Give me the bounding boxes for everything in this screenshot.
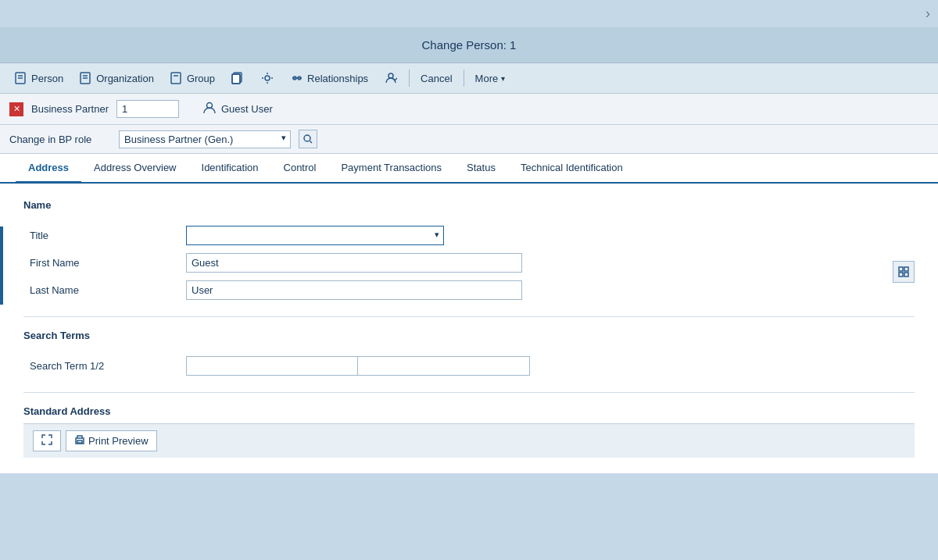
toolbar-divider (409, 70, 410, 87)
name-section-title: Name (23, 199, 915, 214)
left-accent-bar (0, 226, 3, 305)
expand-icon (41, 434, 52, 448)
lastname-input[interactable] (186, 280, 522, 300)
firstname-row: First Name (23, 249, 915, 276)
lastname-input-cell (180, 276, 915, 304)
relationships-label: Relationships (307, 73, 368, 84)
person-icon (14, 71, 28, 85)
group-button[interactable]: Group (163, 68, 221, 88)
chevron-right-icon: › (925, 5, 930, 22)
tab-technical-identification[interactable]: Technical Identification (508, 154, 635, 184)
organization-label: Organization (96, 73, 154, 84)
settings-button[interactable] (254, 68, 281, 88)
tab-control[interactable]: Control (271, 154, 329, 184)
firstname-label: First Name (23, 249, 180, 276)
copy-button[interactable] (224, 68, 251, 88)
expand-button[interactable] (33, 430, 61, 451)
top-bar: › (0, 0, 938, 27)
svg-rect-20 (904, 267, 908, 271)
print-preview-label: Print Preview (88, 435, 149, 447)
business-partner-label: Business Partner (31, 103, 109, 115)
user-action-icon (384, 71, 398, 85)
svg-point-11 (265, 76, 270, 80)
lastname-row: Last Name (23, 276, 915, 304)
firstname-input[interactable] (186, 253, 522, 273)
search-terms-inputs (186, 356, 908, 376)
tab-address[interactable]: Address (16, 154, 81, 184)
title-input-cell (180, 222, 915, 249)
relationships-icon (290, 71, 304, 85)
more-button[interactable]: More ▾ (469, 70, 512, 87)
search-term-inputs-cell (180, 352, 915, 380)
main-area: Address Address Overview Identification … (0, 154, 938, 473)
search-term-2-input[interactable] (358, 356, 530, 376)
close-button[interactable]: ✕ (9, 102, 23, 116)
group-icon (170, 71, 184, 85)
name-section-divider (23, 316, 915, 317)
search-term-row: Search Term 1/2 (23, 352, 915, 380)
search-term-label: Search Term 1/2 (23, 352, 180, 380)
title-select[interactable] (186, 226, 444, 245)
search-term-1-input[interactable] (186, 356, 358, 376)
user-name: Guest User (221, 103, 273, 115)
tab-identification[interactable]: Identification (189, 154, 271, 184)
cancel-label: Cancel (421, 73, 452, 84)
tabs-row: Address Address Overview Identification … (0, 154, 938, 184)
business-partner-input[interactable] (116, 100, 179, 118)
name-form-table: Title First Name (23, 222, 915, 304)
page-title: Change Person: 1 (422, 38, 517, 52)
standard-address-title: Standard Address (23, 405, 915, 417)
settings-icon (260, 71, 274, 85)
organization-icon (79, 71, 93, 85)
group-label: Group (187, 73, 215, 84)
title-label: Title (23, 222, 180, 249)
svg-rect-6 (171, 73, 181, 84)
relationships-button[interactable]: Relationships (284, 68, 374, 88)
tab-status[interactable]: Status (454, 154, 508, 184)
more-chevron-icon: ▾ (501, 74, 505, 83)
business-partner-row: ✕ Business Partner Guest User (0, 94, 938, 125)
bottom-bar: Print Preview (23, 423, 915, 458)
person-label: Person (31, 73, 63, 84)
print-icon (74, 434, 85, 448)
search-terms-table: Search Term 1/2 (23, 352, 915, 380)
svg-point-17 (304, 135, 310, 141)
title-bar: Change Person: 1 (0, 27, 938, 63)
title-select-wrapper (186, 226, 444, 245)
bp-role-select-wrapper: Business Partner (Gen.) (119, 130, 291, 148)
svg-rect-22 (904, 273, 908, 276)
svg-rect-21 (899, 273, 903, 276)
search-terms-section-title: Search Terms (23, 330, 915, 344)
tab-payment-transactions[interactable]: Payment Transactions (328, 154, 454, 184)
svg-rect-24 (77, 441, 82, 443)
print-preview-button[interactable]: Print Preview (66, 430, 157, 451)
organization-button[interactable]: Organization (73, 68, 160, 88)
person-button[interactable]: Person (8, 68, 70, 88)
svg-point-15 (388, 73, 393, 78)
firstname-input-cell (180, 249, 915, 276)
form-area: Name Title First Name (0, 184, 938, 473)
tab-address-overview[interactable]: Address Overview (81, 154, 188, 184)
name-grid-button[interactable] (893, 261, 915, 283)
copy-icon (231, 71, 245, 85)
svg-rect-9 (232, 74, 240, 84)
toolbar: Person Organization Group (0, 63, 938, 94)
search-terms-divider (23, 392, 915, 393)
bp-role-label: Change in BP role (9, 134, 111, 145)
user-section: Guest User (202, 101, 273, 117)
user-avatar-icon (202, 101, 217, 117)
bp-role-row: Change in BP role Business Partner (Gen.… (0, 125, 938, 154)
title-row: Title (23, 222, 915, 249)
svg-line-18 (310, 141, 313, 144)
bp-role-search-button[interactable] (299, 130, 317, 148)
toolbar-divider-2 (464, 70, 464, 87)
svg-rect-19 (899, 267, 903, 271)
lastname-label: Last Name (23, 276, 180, 304)
more-label: More (475, 73, 499, 84)
user-action-button[interactable] (378, 68, 404, 88)
bp-role-select[interactable]: Business Partner (Gen.) (119, 130, 291, 148)
cancel-button[interactable]: Cancel (414, 70, 458, 87)
